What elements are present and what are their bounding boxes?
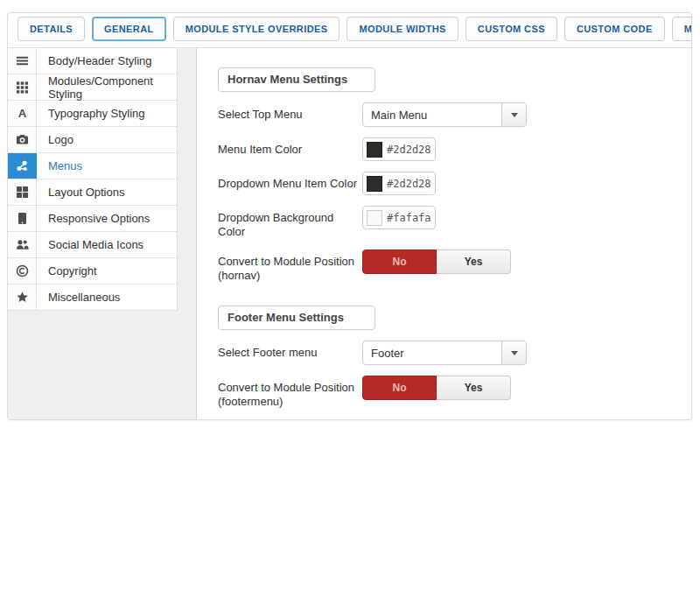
template-settings-panel: DETAILS GENERAL MODULE STYLE OVERRIDES M…: [7, 12, 692, 420]
dropdown-background-color-row: Dropdown Background Color #fafafa: [218, 206, 691, 239]
th-large-icon: [8, 179, 37, 205]
sidebar-item-label: Logo: [37, 127, 74, 152]
sidebar-item-label: Copyright: [37, 258, 97, 284]
tablet-icon: [8, 206, 37, 231]
sidebar-item-menus[interactable]: Menus: [8, 153, 177, 179]
select-top-menu-label: Select Top Menu: [218, 102, 362, 122]
tab-menu-assignment[interactable]: MENU ASSIGNMENT: [672, 17, 692, 41]
tab-module-widths[interactable]: MODULE WIDTHS: [346, 17, 458, 41]
color-hex-value: #2d2d28: [387, 178, 431, 190]
color-swatch: [367, 142, 382, 158]
dropdown-background-color-label: Dropdown Background Color: [218, 206, 362, 239]
copyright-icon: [8, 258, 37, 284]
sidebar-item-typography-styling[interactable]: A Typography Styling: [8, 101, 177, 127]
sidebar-item-logo[interactable]: Logo: [8, 127, 177, 153]
sidebar-item-layout-options[interactable]: Layout Options: [8, 179, 177, 206]
sidebar-item-label: Modules/Component Styling: [37, 74, 177, 100]
convert-hornav-row: Convert to Module Position (hornav) No Y…: [218, 249, 691, 283]
sidebar-list: Body/Header Styling Modules/Component St…: [8, 48, 178, 311]
sidebar-item-modules-component-styling[interactable]: Modules/Component Styling: [8, 74, 177, 101]
chevron-down-icon: [511, 351, 518, 355]
sidebar-item-responsive-options[interactable]: Responsive Options: [8, 206, 177, 232]
sidebar-item-label: Body/Header Styling: [37, 48, 152, 74]
toggle-no-button[interactable]: No: [362, 376, 437, 400]
share-icon: [8, 153, 37, 179]
sidebar-item-social-media-icons[interactable]: Social Media Icons: [8, 232, 177, 258]
dropdown-menu-item-color-input[interactable]: #2d2d28: [362, 172, 436, 195]
convert-footermenu-label: Convert to Module Position (footermenu): [218, 376, 362, 409]
sidebar-item-body-header-styling[interactable]: Body/Header Styling: [8, 48, 177, 74]
tab-custom-code[interactable]: CUSTOM CODE: [564, 17, 665, 41]
color-swatch: [367, 210, 382, 226]
select-top-menu-value: Main Menu: [363, 103, 501, 126]
select-footer-menu-dropdown[interactable]: Footer: [362, 341, 527, 365]
convert-footermenu-row: Convert to Module Position (footermenu) …: [218, 376, 691, 409]
dropdown-caret-button[interactable]: [501, 341, 526, 364]
color-hex-value: #2d2d28: [387, 144, 431, 156]
color-swatch: [367, 176, 382, 192]
menu-item-color-label: Menu Item Color: [218, 137, 362, 157]
sidebar-item-label: Layout Options: [37, 179, 124, 205]
footer-section-heading: Footer Menu Settings: [218, 306, 375, 330]
convert-footermenu-toggle: No Yes: [362, 376, 511, 400]
grid-icon: [8, 74, 37, 100]
users-icon: [8, 232, 37, 257]
sidebar-item-label: Miscellaneous: [37, 284, 120, 310]
hornav-menu-settings-section: Hornav Menu Settings Select Top Menu Mai…: [218, 67, 691, 283]
select-top-menu-row: Select Top Menu Main Menu: [218, 102, 691, 127]
menu-item-color-input[interactable]: #2d2d28: [362, 137, 436, 161]
hornav-section-heading: Hornav Menu Settings: [218, 67, 375, 92]
convert-hornav-label: Convert to Module Position (hornav): [218, 249, 362, 283]
chevron-down-icon: [511, 113, 518, 117]
menus-settings-pane: Hornav Menu Settings Select Top Menu Mai…: [197, 48, 691, 419]
settings-sidebar: Body/Header Styling Modules/Component St…: [8, 48, 197, 419]
dropdown-menu-item-color-label: Dropdown Menu Item Color: [218, 172, 362, 191]
tab-details[interactable]: DETAILS: [18, 17, 85, 41]
bars-icon: [8, 48, 37, 74]
sidebar-item-label: Menus: [37, 153, 82, 179]
select-top-menu-dropdown[interactable]: Main Menu: [362, 102, 527, 127]
sidebar-item-label: Social Media Icons: [37, 232, 144, 257]
tab-bar: DETAILS GENERAL MODULE STYLE OVERRIDES M…: [8, 13, 691, 48]
footer-menu-settings-section: Footer Menu Settings Select Footer menu …: [218, 306, 691, 409]
color-hex-value: #fafafa: [387, 212, 431, 224]
convert-hornav-toggle: No Yes: [362, 249, 511, 274]
tab-content: Body/Header Styling Modules/Component St…: [8, 48, 691, 419]
dropdown-menu-item-color-row: Dropdown Menu Item Color #2d2d28: [218, 172, 691, 195]
sidebar-item-miscellaneous[interactable]: Miscellaneous: [8, 284, 177, 311]
toggle-yes-button[interactable]: Yes: [437, 249, 511, 274]
tab-general[interactable]: GENERAL: [92, 17, 166, 41]
select-footer-menu-row: Select Footer menu Footer: [218, 341, 691, 365]
sidebar-item-copyright[interactable]: Copyright: [8, 258, 177, 284]
font-icon: A: [8, 101, 37, 126]
tab-module-style-overrides[interactable]: MODULE STYLE OVERRIDES: [173, 17, 340, 41]
select-footer-menu-value: Footer: [363, 341, 501, 364]
tab-custom-css[interactable]: CUSTOM CSS: [466, 17, 557, 41]
svg-text:A: A: [18, 107, 26, 120]
select-footer-menu-label: Select Footer menu: [218, 341, 362, 360]
camera-icon: [8, 127, 37, 152]
toggle-no-button[interactable]: No: [362, 249, 437, 274]
menu-item-color-row: Menu Item Color #2d2d28: [218, 137, 691, 161]
sidebar-item-label: Typography Styling: [37, 101, 145, 126]
toggle-yes-button[interactable]: Yes: [437, 376, 511, 400]
star-icon: [8, 284, 37, 310]
dropdown-background-color-input[interactable]: #fafafa: [362, 206, 436, 229]
dropdown-caret-button[interactable]: [501, 103, 526, 126]
sidebar-item-label: Responsive Options: [37, 206, 150, 231]
